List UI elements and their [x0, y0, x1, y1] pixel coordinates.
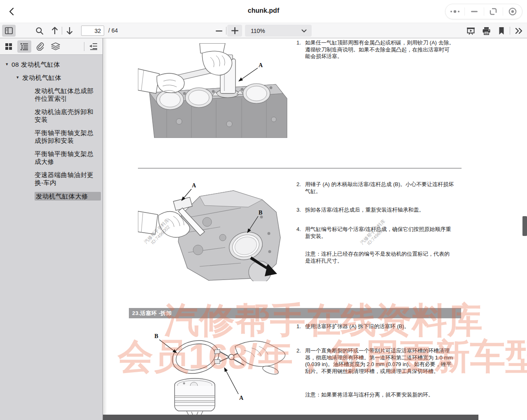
next-section-bar: [103, 415, 478, 420]
step-4: 4. 用气缸编号标记每个活塞/连杆总成，确保它们按照原始顺序重新安装。: [296, 226, 455, 240]
zoom-out-button[interactable]: [213, 25, 225, 37]
outline-item-selected[interactable]: 发动机气缸体大修: [35, 192, 101, 201]
thumbnails-icon: [5, 43, 12, 50]
thumbnails-view-button[interactable]: [2, 40, 16, 53]
sidebar-shadow: [103, 38, 107, 420]
step-number: 2.: [296, 348, 305, 375]
step-text: 用气缸编号标记每个活塞/连杆总成，确保它们按照原始顺序重新安装。: [305, 226, 455, 240]
step-number: 2.: [296, 181, 305, 195]
outline-icon: [20, 43, 28, 50]
outline-item[interactable]: 发动机油底壳拆卸和安装: [35, 108, 98, 124]
window-controls-capsule: [445, 4, 522, 19]
step-2: 2. 用锤子 (A) 的木柄敲出活塞/连杆总成 (B)。小心不要让连杆损坏气缸。: [296, 181, 455, 195]
sidebar-view-switcher: [0, 38, 103, 55]
figure-label-a: A: [239, 395, 244, 401]
restore-icon: [489, 7, 497, 16]
toolbar-separator: [62, 27, 62, 35]
zoom-level-value: 110%: [251, 28, 301, 34]
bookmark-icon: [498, 27, 505, 35]
arrow-down-icon: [66, 26, 73, 35]
step-text: 拆卸各活塞/连杆总成后，重新安装连杆轴承和盖。: [305, 207, 455, 214]
section-header: 23.活塞环 -拆卸: [129, 308, 461, 318]
step-3: 3. 拆卸各活塞/连杆总成后，重新安装连杆轴承和盖。: [296, 207, 455, 214]
zoom-in-button[interactable]: [227, 25, 242, 37]
step-number: 3.: [296, 207, 305, 214]
minus-icon: [216, 30, 222, 32]
toolbar-separator: [226, 27, 226, 35]
figure-label-b: B: [154, 333, 158, 339]
step-number: 1.: [296, 40, 305, 60]
outline-item[interactable]: 平衡轴平衡轴支架总成大修: [35, 150, 98, 166]
caret-down-icon[interactable]: ▼: [13, 74, 22, 79]
outline-item[interactable]: 平衡轴平衡轴支架总成拆卸和安装: [35, 129, 98, 145]
chevron-down-icon: [301, 29, 307, 33]
more-tools-button[interactable]: [513, 25, 525, 37]
minimize-button[interactable]: [465, 4, 484, 19]
outline-tree: ▼ 08 发动机气缸体 ▼ 发动机气缸体 发动机气缸体总成部件位置索引 发动机油…: [0, 55, 103, 420]
page-count-label: / 64: [108, 27, 118, 34]
presentation-icon: [466, 27, 475, 35]
quit-button[interactable]: [503, 4, 522, 19]
more-options-button[interactable]: [445, 4, 464, 19]
step-23-1: 1. 使用活塞环扩张器 (A) 拆下旧的活塞环 (B)。: [296, 323, 455, 330]
sidebar-tools-separator: [84, 42, 84, 51]
step-number: 4.: [296, 226, 305, 240]
step-text: 如果任一气缸顶部周围有金属凸起或积碳，则用铰刀 (A) 去除。遵循铰刀制造商说明…: [305, 40, 455, 60]
figure-label-a: A: [259, 62, 263, 68]
step-text: 用一个直角断裂的环或一个带刮片可适应活塞环槽的环槽清理器，彻底地清理所有环槽。第…: [305, 348, 455, 375]
page-number-input[interactable]: [81, 26, 104, 36]
outline-item-label: 08 发动机气缸体: [12, 61, 60, 69]
paperclip-icon: [36, 42, 44, 51]
figure-reamer-engine-block: A: [138, 43, 288, 138]
find-button[interactable]: [34, 25, 45, 37]
minimize-icon: [471, 10, 478, 13]
current-outline-item-button[interactable]: [86, 40, 100, 53]
circle-dot-icon: [508, 7, 517, 16]
figure-ring-expander: B A: [138, 327, 288, 416]
outline-item-label: 发动机气缸体: [22, 74, 61, 82]
layers-view-button[interactable]: [49, 40, 63, 53]
restore-button[interactable]: [484, 4, 503, 19]
outline-item[interactable]: 变速器端曲轴油封更换-车内: [35, 171, 98, 187]
step-23-2: 2. 用一个直角断裂的环或一个带刮片可适应活塞环槽的环槽清理器，彻底地清理所有环…: [296, 348, 455, 375]
title-bar: chunk.pdf: [0, 0, 527, 23]
next-page-button[interactable]: [64, 25, 75, 37]
more-dots-icon: [450, 9, 460, 14]
attachments-view-button[interactable]: [33, 40, 47, 53]
layers-icon: [51, 42, 61, 51]
step-text: 使用活塞环扩张器 (A) 拆下旧的活塞环 (B)。: [305, 323, 455, 330]
plus-icon: [231, 27, 238, 34]
section-separator-line: [138, 168, 462, 168]
search-icon: [35, 27, 44, 35]
sidebar: ▼ 08 发动机气缸体 ▼ 发动机气缸体 发动机气缸体总成部件位置索引 发动机油…: [0, 38, 103, 420]
outline-view-button[interactable]: [17, 40, 31, 53]
bookmark-button[interactable]: [496, 25, 507, 37]
print-icon: [482, 27, 491, 35]
figure-label-b: B: [259, 210, 262, 216]
step-1: 1. 如果任一气缸顶部周围有金属凸起或积碳，则用铰刀 (A) 去除。遵循铰刀制造…: [296, 40, 455, 60]
print-button[interactable]: [480, 25, 492, 37]
outline-item-level1[interactable]: ▼ 08 发动机气缸体: [0, 61, 103, 69]
zoom-level-select[interactable]: 110%: [245, 25, 312, 37]
presentation-mode-button[interactable]: [464, 25, 477, 37]
pdf-page: 1. 如果任一气缸顶部周围有金属凸起或积碳，则用铰刀 (A) 去除。遵循铰刀制造…: [103, 38, 527, 420]
vertical-scrollbar-thumb[interactable]: [522, 216, 527, 236]
figure-hammer-piston: A B: [138, 179, 288, 281]
caret-down-icon[interactable]: ▼: [2, 61, 12, 66]
sidebar-toggle-button[interactable]: [2, 25, 16, 37]
previous-page-button[interactable]: [49, 25, 61, 37]
double-chevron-right-icon: [515, 28, 523, 34]
sidebar-toggle-icon: [5, 27, 13, 34]
toolbar-separator: [510, 27, 510, 35]
outline-item-level2[interactable]: ▼ 发动机气缸体: [0, 74, 103, 82]
figure-label-a: A: [192, 182, 196, 189]
note-connecting-rod: 注意：连杆上已经存在的编号不是发动机的位置标记，代表的是连杆孔尺寸。: [305, 251, 455, 264]
step-text: 用锤子 (A) 的木柄敲出活塞/连杆总成 (B)。小心不要让连杆损坏气缸。: [305, 181, 455, 195]
outline-item[interactable]: 发动机气缸体总成部件位置索引: [35, 87, 98, 103]
note-new-rings: 注意：如果要将活塞与连杆分离，就不要安装新的环。: [305, 392, 455, 399]
arrow-up-icon: [51, 26, 58, 35]
step-number: 1.: [296, 323, 305, 330]
current-outline-item-icon: [89, 43, 98, 50]
pdf-toolbar: / 64 110%: [0, 23, 527, 38]
